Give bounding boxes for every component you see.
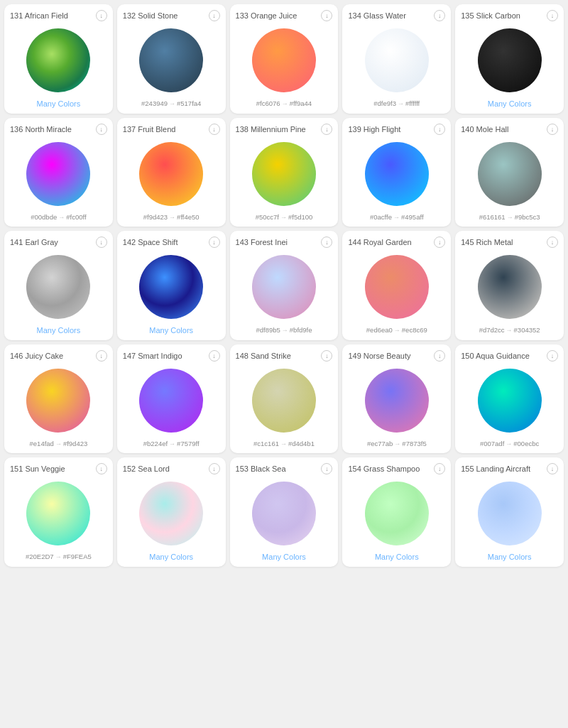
arrow-icon: → [394,327,400,334]
download-button[interactable]: ↓ [434,237,445,248]
card-header: 137 Fruit Blend↓ [123,124,220,135]
card-footer: #df89b5 → #bfd9fe [236,326,333,334]
card-header: 151 Sun Veggie↓ [10,463,107,474]
download-button[interactable]: ↓ [321,463,332,474]
gradient-card-153: 153 Black Sea↓Many Colors [230,457,339,567]
download-button[interactable]: ↓ [547,237,558,248]
download-button[interactable]: ↓ [96,463,107,474]
card-footer: Many Colors [348,553,445,561]
download-button[interactable]: ↓ [209,350,220,362]
color2: #bfd9fe [290,326,312,334]
arrow-icon: → [169,214,175,221]
download-button[interactable]: ↓ [434,463,445,474]
download-button[interactable]: ↓ [321,10,332,21]
card-header: 135 Slick Carbon↓ [461,10,558,21]
arrow-icon: → [507,214,513,221]
color1: #616161 [479,213,506,221]
color2: #7579ff [177,440,200,447]
download-button[interactable]: ↓ [434,124,445,135]
color1: #00dbde [31,213,57,221]
arrow-icon: → [394,440,400,447]
gradient-card-149: 149 Norse Beauty↓#ec77ab → #7873f5 [342,344,451,453]
card-header: 133 Orange Juice↓ [236,10,333,21]
download-button[interactable]: ↓ [321,237,332,248]
download-button[interactable]: ↓ [209,237,220,248]
gradient-card-131: 131 African Field↓Many Colors [4,4,113,114]
many-colors-label: Many Colors [488,553,532,561]
card-footer: Many Colors [461,553,558,561]
download-button[interactable]: ↓ [321,124,332,135]
gradient-circle [365,28,429,92]
gradient-circle [139,255,203,319]
gradient-card-141: 141 Earl Gray↓Many Colors [4,231,113,340]
download-button[interactable]: ↓ [209,124,220,135]
gradient-card-143: 143 Forest Inei↓#df89b5 → #bfd9fe [230,231,339,340]
card-title: 154 Grass Shampoo [348,464,420,473]
color1: #e14fad [30,440,54,447]
card-header: 148 Sand Strike↓ [236,350,333,362]
color2: #ec8c69 [402,326,427,334]
download-button[interactable]: ↓ [209,463,220,474]
download-button[interactable]: ↓ [96,350,107,362]
card-title: 153 Black Sea [236,464,286,473]
download-button[interactable]: ↓ [96,124,107,135]
card-footer: Many Colors [236,553,333,561]
download-button[interactable]: ↓ [321,350,332,362]
gradient-circle [365,142,429,206]
card-header: 131 African Field↓ [10,10,107,21]
card-footer: #243949 → #517fa4 [123,99,220,107]
color2: #304352 [514,326,540,334]
card-title: 145 Rich Metal [461,238,513,246]
download-button[interactable]: ↓ [434,350,445,362]
download-button[interactable]: ↓ [547,124,558,135]
download-button[interactable]: ↓ [209,10,220,21]
download-button[interactable]: ↓ [434,10,445,21]
many-colors-label: Many Colors [149,326,193,335]
color2: #f5d100 [288,213,312,221]
card-title: 135 Slick Carbon [461,11,520,20]
arrow-icon: → [398,100,404,107]
card-footer: #50cc7f → #f5d100 [236,213,333,221]
card-title: 137 Fruit Blend [123,125,176,134]
color2: #f9d423 [63,440,87,447]
color1: #c1c161 [253,440,279,447]
color1: #0acffe [370,213,392,221]
color-codes: #d7d2cc → #304352 [461,326,558,334]
card-header: 145 Rich Metal↓ [461,237,558,248]
arrow-icon: → [169,100,175,107]
many-colors-label: Many Colors [262,553,306,561]
download-button[interactable]: ↓ [547,10,558,21]
gradient-circle [252,482,316,545]
card-footer: #20E2D7 → #F9FEA5 [10,553,107,560]
gradient-card-136: 136 North Miracle↓#00dbde → #fc00ff [4,118,113,227]
gradient-card-133: 133 Orange Juice↓#fc6076 → #ff9a44 [230,4,339,114]
card-title: 142 Space Shift [123,238,178,246]
card-title: 136 North Miracle [10,125,72,134]
gradient-card-142: 142 Space Shift↓Many Colors [117,231,226,340]
card-footer: #fc6076 → #ff9a44 [236,99,333,107]
gradient-card-137: 137 Fruit Blend↓#f9d423 → #ff4e50 [117,118,226,227]
gradient-circle [252,255,316,319]
download-button[interactable]: ↓ [547,350,558,362]
card-header: 140 Mole Hall↓ [461,124,558,135]
gradient-card-138: 138 Millennium Pine↓#50cc7f → #f5d100 [230,118,339,227]
arrow-icon: → [55,440,62,447]
card-title: 150 Aqua Guidance [461,352,530,360]
download-button[interactable]: ↓ [96,237,107,248]
color2: #ff9a44 [290,99,312,107]
many-colors-label: Many Colors [37,99,81,108]
gradient-card-135: 135 Slick Carbon↓Many Colors [455,4,564,114]
many-colors-label: Many Colors [375,553,419,561]
gradient-circle [365,369,429,433]
download-button[interactable]: ↓ [547,463,558,474]
color1: #ed6ea0 [366,326,393,334]
card-footer: #00dbde → #fc00ff [10,213,107,221]
gradient-card-145: 145 Rich Metal↓#d7d2cc → #304352 [455,231,564,340]
gradient-circle [139,142,203,206]
card-title: 152 Sea Lord [123,464,170,473]
card-footer: Many Colors [461,99,558,108]
arrow-icon: → [58,214,65,221]
download-button[interactable]: ↓ [96,10,107,21]
gradient-card-140: 140 Mole Hall↓#616161 → #9bc5c3 [455,118,564,227]
arrow-icon: → [280,214,287,221]
